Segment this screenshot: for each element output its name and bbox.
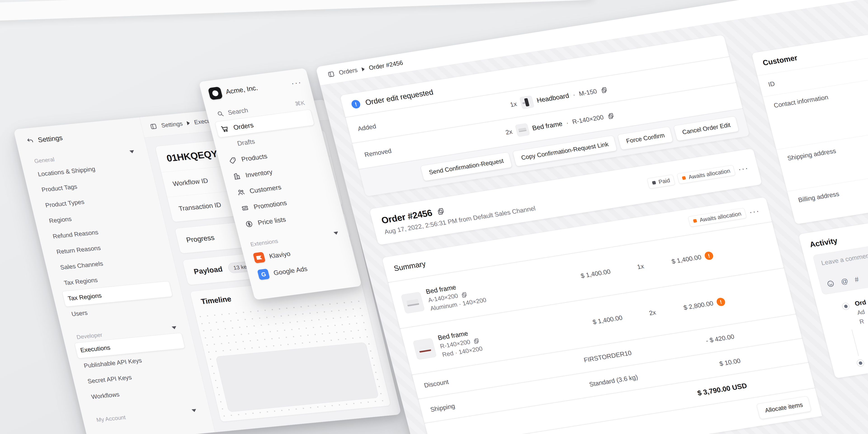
panel-left-icon[interactable] — [149, 123, 158, 130]
progress-label: Progress — [185, 234, 215, 244]
cart-icon — [220, 125, 229, 133]
line-total: $ 2,800.00 — [683, 300, 714, 311]
payload-label: Payload — [193, 265, 223, 276]
breadcrumb-current: Order #2456 — [368, 59, 404, 72]
google-ads-icon: G — [257, 269, 270, 280]
timeline-bullet — [841, 302, 850, 310]
breadcrumb-separator-icon — [362, 67, 365, 71]
timeline-connector — [851, 330, 859, 356]
status-dot — [682, 176, 686, 180]
shipping-amount: $ 10.00 — [719, 357, 741, 368]
payment-status-badge: Paid — [647, 175, 675, 189]
bed-frame-aluminum-thumbnail — [401, 291, 425, 313]
back-arrow-icon — [26, 137, 34, 145]
copy-icon[interactable] — [472, 337, 480, 344]
cancel-order-edit-button[interactable]: Cancel Order Edit — [673, 116, 739, 141]
banner-title: Order edit requested — [364, 88, 434, 107]
settings-sidebar-header[interactable]: Settings — [25, 126, 134, 147]
allocate-items-button[interactable]: Allocate items — [756, 396, 811, 419]
unit-price: $ 1,400.00 — [559, 314, 623, 331]
quantity: 2x — [621, 309, 657, 321]
chevron-down-icon — [172, 326, 177, 330]
tag-icon — [228, 156, 237, 165]
chevron-down-icon — [333, 231, 339, 235]
order-total: $ 3,790.00 USD — [696, 381, 748, 397]
timeline-card: Timeline — [190, 275, 391, 422]
bed-frame-thumbnail — [515, 123, 530, 137]
info-icon — [350, 99, 361, 109]
discount-code: FIRSTORDER10 — [568, 349, 632, 366]
allocation-status-badge: Awaits allocation — [688, 208, 747, 227]
panel-left-icon[interactable] — [327, 70, 335, 78]
copy-icon[interactable] — [460, 291, 468, 298]
status-dot — [652, 181, 656, 185]
ticket-percent-icon — [240, 204, 250, 213]
search-placeholder: Search — [227, 107, 249, 116]
customer-card: Customer ID Contact information Shipping… — [751, 16, 868, 224]
warning-icon — [716, 297, 726, 307]
store-logo — [208, 87, 223, 100]
search-icon — [216, 110, 225, 118]
copy-icon[interactable] — [436, 207, 445, 215]
activity-card: Activity Leave a comment @ # — [798, 197, 868, 379]
quantity: 1x — [610, 262, 645, 275]
copy-icon[interactable] — [607, 112, 615, 120]
discount-amount: - $ 420.00 — [705, 333, 735, 344]
breadcrumb-root[interactable]: Orders — [338, 66, 358, 76]
smiley-icon[interactable] — [826, 279, 835, 288]
status-dot — [693, 219, 698, 223]
hashtag-icon[interactable]: # — [854, 275, 860, 284]
shipping-method: Standard (3.6 kg) — [574, 373, 639, 391]
copy-icon[interactable] — [600, 86, 608, 94]
unit-price: $ 1,400.00 — [547, 268, 612, 285]
store-menu-icon[interactable]: ··· — [291, 80, 302, 85]
stage: Settings General Locations & Shipping Pr… — [0, 0, 868, 434]
bed-frame-red-thumbnail — [413, 338, 437, 360]
summary-menu-icon[interactable]: ··· — [749, 209, 760, 214]
settings-section-my-account: My Account — [92, 405, 201, 426]
timeline-entry — [856, 327, 868, 367]
timeline-bullet — [856, 359, 865, 367]
settings-section-developer: Developer Executions Publishable API Key… — [72, 322, 196, 405]
timeline-canvas — [196, 297, 390, 421]
chevron-down-icon — [129, 150, 134, 153]
warning-icon — [704, 251, 714, 260]
breadcrumb-separator-icon — [186, 121, 190, 125]
mention-icon[interactable]: @ — [840, 277, 849, 286]
search-shortcut: ⌘K — [294, 99, 306, 107]
settings-title: Settings — [37, 134, 63, 144]
breadcrumb-root[interactable]: Settings — [160, 120, 183, 129]
users-icon — [236, 188, 246, 197]
background-window-edge — [0, 0, 595, 21]
section-header-my-account[interactable]: My Account — [92, 405, 201, 426]
headboard-thumbnail — [519, 95, 534, 109]
chevron-down-icon — [191, 409, 197, 412]
summary-title: Summary — [393, 259, 427, 273]
fulfillment-status-badge: Awaits allocation — [677, 165, 736, 184]
klaviyo-icon — [253, 252, 266, 264]
dollar-circle-icon — [244, 220, 254, 228]
building-icon — [232, 172, 242, 181]
line-total: $ 1,400.00 — [671, 253, 702, 265]
store-name: Acme, Inc. — [225, 80, 288, 96]
orders-window: Orders Order #2456 Order edit requested … — [315, 0, 868, 434]
order-menu-icon[interactable]: ··· — [738, 166, 749, 171]
comment-input[interactable]: Leave a comment @ # — [813, 221, 868, 295]
timeline-step-box — [215, 342, 379, 412]
force-confirm-button[interactable]: Force Confirm — [617, 126, 673, 150]
